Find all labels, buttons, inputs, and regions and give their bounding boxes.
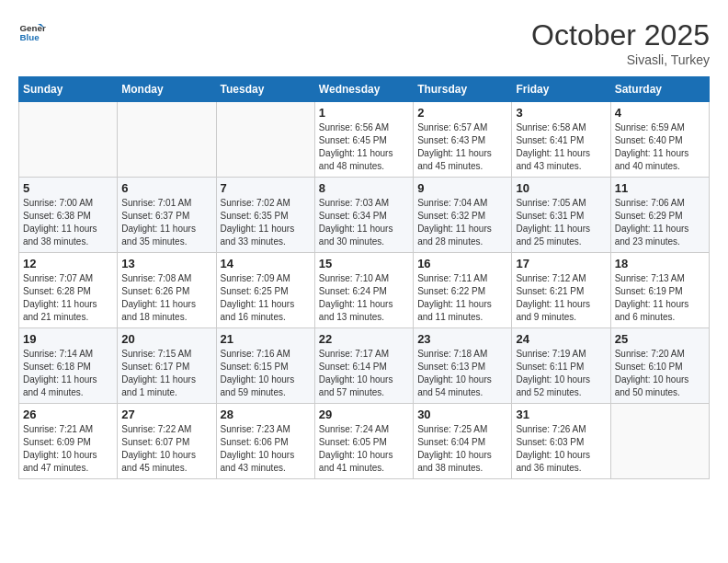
day-number: 9: [417, 181, 507, 195]
weekday-header: Saturday: [610, 77, 709, 102]
calendar-week-row: 5Sunrise: 7:00 AM Sunset: 6:38 PM Daylig…: [19, 178, 710, 253]
location-subtitle: Sivasli, Turkey: [531, 52, 710, 67]
calendar-cell: 24Sunrise: 7:19 AM Sunset: 6:11 PM Dayli…: [512, 328, 610, 404]
calendar-cell: 16Sunrise: 7:11 AM Sunset: 6:22 PM Dayli…: [414, 253, 512, 328]
calendar-cell: 26Sunrise: 7:21 AM Sunset: 6:09 PM Dayli…: [19, 404, 118, 479]
day-info: Sunrise: 7:06 AM Sunset: 6:29 PM Dayligh…: [615, 197, 705, 248]
day-number: 23: [417, 332, 507, 346]
day-number: 12: [23, 257, 113, 270]
day-number: 31: [516, 408, 606, 421]
weekday-header: Tuesday: [216, 77, 314, 102]
day-info: Sunrise: 7:24 AM Sunset: 6:05 PM Dayligh…: [319, 423, 409, 475]
day-number: 11: [615, 181, 705, 195]
day-info: Sunrise: 7:22 AM Sunset: 6:07 PM Dayligh…: [121, 423, 211, 475]
day-number: 8: [319, 181, 409, 195]
calendar-cell: 21Sunrise: 7:16 AM Sunset: 6:15 PM Dayli…: [216, 328, 314, 404]
day-number: 21: [221, 332, 311, 346]
calendar-cell: [118, 102, 216, 178]
calendar-week-row: 19Sunrise: 7:14 AM Sunset: 6:18 PM Dayli…: [19, 328, 710, 404]
day-number: 26: [23, 408, 113, 421]
calendar-cell: 8Sunrise: 7:03 AM Sunset: 6:34 PM Daylig…: [314, 178, 413, 253]
calendar-cell: [216, 102, 314, 178]
calendar-cell: 22Sunrise: 7:17 AM Sunset: 6:14 PM Dayli…: [314, 328, 413, 404]
calendar-cell: 11Sunrise: 7:06 AM Sunset: 6:29 PM Dayli…: [610, 178, 709, 253]
calendar-body: 1Sunrise: 6:56 AM Sunset: 6:45 PM Daylig…: [19, 102, 710, 479]
day-info: Sunrise: 7:20 AM Sunset: 6:10 PM Dayligh…: [615, 348, 705, 399]
calendar-cell: 27Sunrise: 7:22 AM Sunset: 6:07 PM Dayli…: [118, 404, 216, 479]
day-info: Sunrise: 7:07 AM Sunset: 6:28 PM Dayligh…: [23, 272, 113, 324]
calendar-cell: 17Sunrise: 7:12 AM Sunset: 6:21 PM Dayli…: [512, 253, 610, 328]
day-number: 25: [615, 332, 705, 346]
title-block: October 2025 Sivasli, Turkey: [531, 18, 710, 67]
svg-text:Blue: Blue: [20, 32, 40, 42]
calendar-cell: 19Sunrise: 7:14 AM Sunset: 6:18 PM Dayli…: [19, 328, 118, 404]
day-info: Sunrise: 7:21 AM Sunset: 6:09 PM Dayligh…: [23, 423, 113, 475]
day-number: 6: [121, 181, 211, 195]
day-info: Sunrise: 7:02 AM Sunset: 6:35 PM Dayligh…: [221, 197, 311, 248]
weekday-header: Friday: [512, 77, 610, 102]
day-number: 3: [516, 106, 606, 120]
calendar-cell: 18Sunrise: 7:13 AM Sunset: 6:19 PM Dayli…: [610, 253, 709, 328]
weekday-header: Wednesday: [314, 77, 413, 102]
calendar-week-row: 12Sunrise: 7:07 AM Sunset: 6:28 PM Dayli…: [19, 253, 710, 328]
day-info: Sunrise: 7:23 AM Sunset: 6:06 PM Dayligh…: [221, 423, 311, 475]
day-info: Sunrise: 7:09 AM Sunset: 6:25 PM Dayligh…: [221, 272, 311, 324]
day-info: Sunrise: 6:56 AM Sunset: 6:45 PM Dayligh…: [319, 121, 409, 173]
day-info: Sunrise: 7:05 AM Sunset: 6:31 PM Dayligh…: [516, 197, 606, 248]
day-number: 17: [516, 257, 606, 270]
day-info: Sunrise: 7:18 AM Sunset: 6:13 PM Dayligh…: [417, 348, 507, 399]
calendar-cell: 7Sunrise: 7:02 AM Sunset: 6:35 PM Daylig…: [216, 178, 314, 253]
day-number: 19: [23, 332, 113, 346]
day-number: 14: [221, 257, 311, 270]
calendar-cell: 5Sunrise: 7:00 AM Sunset: 6:38 PM Daylig…: [19, 178, 118, 253]
day-info: Sunrise: 7:14 AM Sunset: 6:18 PM Dayligh…: [23, 348, 113, 399]
calendar-cell: 20Sunrise: 7:15 AM Sunset: 6:17 PM Dayli…: [118, 328, 216, 404]
day-info: Sunrise: 7:11 AM Sunset: 6:22 PM Dayligh…: [417, 272, 507, 324]
day-number: 4: [615, 106, 705, 120]
calendar-cell: 2Sunrise: 6:57 AM Sunset: 6:43 PM Daylig…: [414, 102, 512, 178]
day-info: Sunrise: 7:08 AM Sunset: 6:26 PM Dayligh…: [121, 272, 211, 324]
calendar-cell: 10Sunrise: 7:05 AM Sunset: 6:31 PM Dayli…: [512, 178, 610, 253]
calendar-cell: 12Sunrise: 7:07 AM Sunset: 6:28 PM Dayli…: [19, 253, 118, 328]
day-number: 22: [319, 332, 409, 346]
weekday-header: Monday: [118, 77, 216, 102]
day-number: 16: [417, 257, 507, 270]
day-number: 27: [121, 408, 211, 421]
svg-text:General: General: [20, 23, 47, 33]
day-info: Sunrise: 7:15 AM Sunset: 6:17 PM Dayligh…: [121, 348, 211, 399]
calendar-cell: 29Sunrise: 7:24 AM Sunset: 6:05 PM Dayli…: [314, 404, 413, 479]
calendar-cell: 14Sunrise: 7:09 AM Sunset: 6:25 PM Dayli…: [216, 253, 314, 328]
weekday-header: Sunday: [19, 77, 118, 102]
calendar-cell: 25Sunrise: 7:20 AM Sunset: 6:10 PM Dayli…: [610, 328, 709, 404]
calendar-cell: 9Sunrise: 7:04 AM Sunset: 6:32 PM Daylig…: [414, 178, 512, 253]
page-header: General Blue October 2025 Sivasli, Turke…: [18, 18, 710, 67]
day-info: Sunrise: 7:17 AM Sunset: 6:14 PM Dayligh…: [319, 348, 409, 399]
day-number: 30: [417, 408, 507, 421]
calendar-cell: 30Sunrise: 7:25 AM Sunset: 6:04 PM Dayli…: [414, 404, 512, 479]
day-number: 1: [319, 106, 409, 120]
day-info: Sunrise: 6:57 AM Sunset: 6:43 PM Dayligh…: [417, 121, 507, 173]
logo: General Blue: [18, 18, 46, 46]
calendar-cell: 6Sunrise: 7:01 AM Sunset: 6:37 PM Daylig…: [118, 178, 216, 253]
calendar-header: SundayMondayTuesdayWednesdayThursdayFrid…: [19, 77, 710, 102]
day-number: 18: [615, 257, 705, 270]
calendar-week-row: 26Sunrise: 7:21 AM Sunset: 6:09 PM Dayli…: [19, 404, 710, 479]
day-number: 13: [121, 257, 211, 270]
calendar-cell: 28Sunrise: 7:23 AM Sunset: 6:06 PM Dayli…: [216, 404, 314, 479]
day-number: 24: [516, 332, 606, 346]
calendar-cell: 31Sunrise: 7:26 AM Sunset: 6:03 PM Dayli…: [512, 404, 610, 479]
day-info: Sunrise: 7:12 AM Sunset: 6:21 PM Dayligh…: [516, 272, 606, 324]
day-info: Sunrise: 7:16 AM Sunset: 6:15 PM Dayligh…: [221, 348, 311, 399]
calendar-cell: 23Sunrise: 7:18 AM Sunset: 6:13 PM Dayli…: [414, 328, 512, 404]
day-number: 15: [319, 257, 409, 270]
day-info: Sunrise: 7:03 AM Sunset: 6:34 PM Dayligh…: [319, 197, 409, 248]
calendar-week-row: 1Sunrise: 6:56 AM Sunset: 6:45 PM Daylig…: [19, 102, 710, 178]
day-info: Sunrise: 7:25 AM Sunset: 6:04 PM Dayligh…: [417, 423, 507, 475]
day-number: 7: [221, 181, 311, 195]
day-info: Sunrise: 7:00 AM Sunset: 6:38 PM Dayligh…: [23, 197, 113, 248]
calendar-cell: 3Sunrise: 6:58 AM Sunset: 6:41 PM Daylig…: [512, 102, 610, 178]
day-number: 2: [417, 106, 507, 120]
calendar-cell: [610, 404, 709, 479]
day-info: Sunrise: 7:26 AM Sunset: 6:03 PM Dayligh…: [516, 423, 606, 475]
day-info: Sunrise: 7:19 AM Sunset: 6:11 PM Dayligh…: [516, 348, 606, 399]
